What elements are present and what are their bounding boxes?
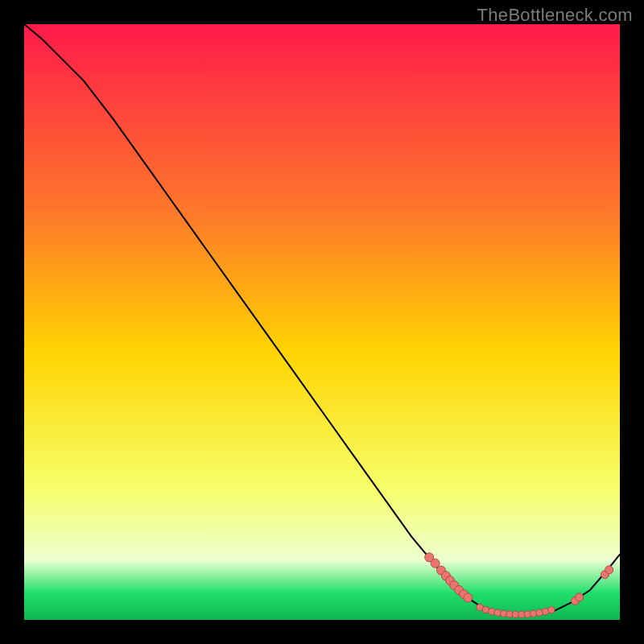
watermark-text: TheBottleneck.com [477,5,633,26]
data-marker [548,607,555,613]
plot-area [24,24,620,620]
data-marker [431,559,440,568]
chart-frame: TheBottleneck.com [0,0,644,644]
bottleneck-curve-chart [24,24,620,620]
data-marker [576,593,584,601]
data-marker [605,566,613,574]
gradient-background [24,24,620,620]
data-marker [464,593,473,602]
